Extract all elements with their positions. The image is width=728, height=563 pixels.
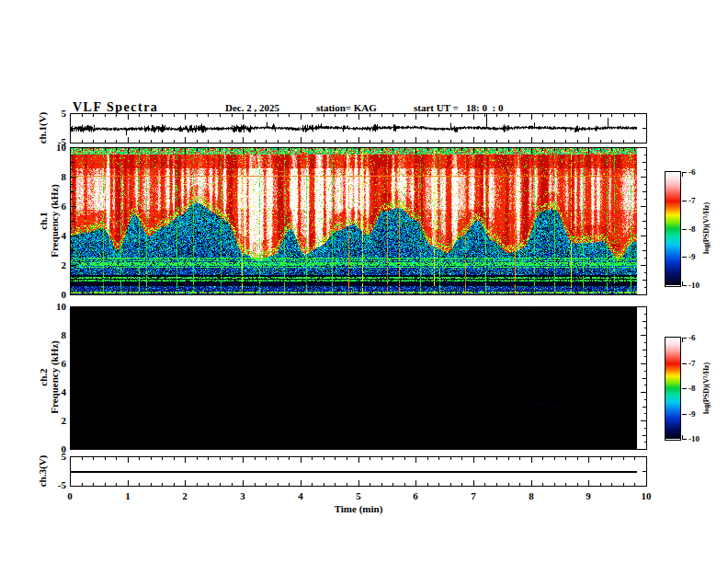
vlf-spectra-figure: VLF Spectra Dec. 2 , 2025 station= KAG s… [0,0,728,563]
axes-frames-and-ticks [0,0,728,563]
